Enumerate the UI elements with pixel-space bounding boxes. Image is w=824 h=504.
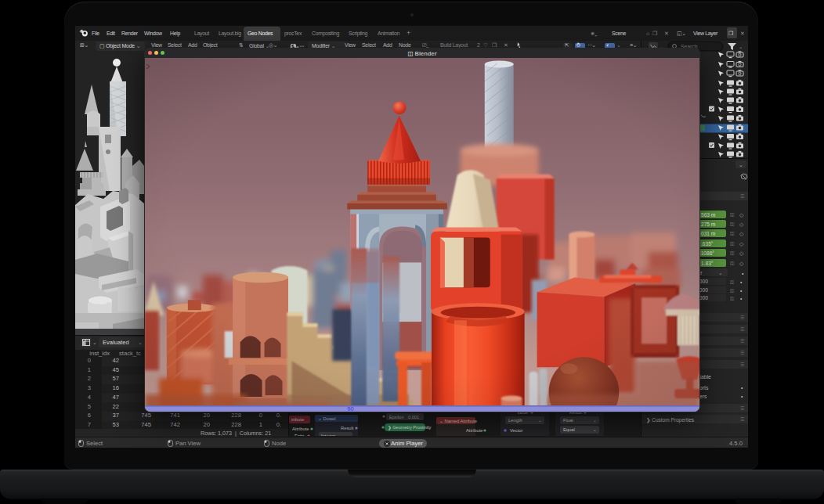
svg-text:Integer: Integer <box>321 434 335 436</box>
svg-text:Equal: Equal <box>563 427 575 432</box>
svg-text:☰: ☰ <box>740 327 744 332</box>
svg-text:❯ Custom Properties: ❯ Custom Properties <box>646 417 695 423</box>
svg-text:⌄ Named Attribute: ⌄ Named Attribute <box>439 419 477 423</box>
svg-text:⌄: ⌄ <box>739 44 743 49</box>
svg-text:❯ Geometry Proximity: ❯ Geometry Proximity <box>388 425 432 430</box>
svg-text:•: • <box>740 296 743 301</box>
svg-text:Float: Float <box>563 418 573 423</box>
svg-text:◇: ◇ <box>739 212 744 218</box>
svg-text:⌄: ⌄ <box>718 270 723 275</box>
svg-text:•: • <box>740 288 743 293</box>
svg-text:•: • <box>742 271 744 276</box>
svg-text:⚿: ⚿ <box>730 296 734 301</box>
svg-text:⚿: ⚿ <box>730 231 734 236</box>
svg-text:⚿: ⚿ <box>730 288 734 293</box>
svg-text:⚿: ⚿ <box>730 221 734 227</box>
svg-text:⌄: ⌄ <box>593 427 597 432</box>
svg-text:Vector: Vector <box>510 428 523 433</box>
svg-text:☰: ☰ <box>740 351 744 355</box>
svg-text:1.83°: 1.83° <box>701 261 714 266</box>
svg-text:90: 90 <box>347 405 353 412</box>
svg-text:table: table <box>699 374 711 380</box>
svg-text:◇: ◇ <box>739 221 744 227</box>
svg-text:⚿: ⚿ <box>730 261 734 266</box>
svg-text:tribute: tribute <box>291 417 304 422</box>
svg-text:Length: Length <box>508 418 522 423</box>
svg-text:•: • <box>740 279 743 285</box>
svg-text:⌄: ⌄ <box>538 418 542 423</box>
svg-text:⚿: ⚿ <box>730 250 734 256</box>
svg-text:◇: ◇ <box>739 231 744 236</box>
svg-text:⚿: ⚿ <box>730 279 734 285</box>
svg-text:.635°: .635° <box>701 241 714 247</box>
svg-text:⌄: ⌄ <box>593 418 597 423</box>
svg-text:☰: ☰ <box>740 194 744 199</box>
svg-text:orts: orts <box>699 385 709 391</box>
svg-text:ers: ers <box>699 394 707 399</box>
svg-text:◇: ◇ <box>739 250 744 256</box>
svg-text:275 m: 275 m <box>701 221 716 227</box>
svg-text:0.001: 0.001 <box>408 415 419 419</box>
svg-text:☰: ☰ <box>740 362 744 367</box>
svg-text:563 m: 563 m <box>701 212 716 218</box>
svg-text:Attribute: Attribute <box>292 427 309 431</box>
svg-text:☰: ☰ <box>740 339 744 344</box>
svg-text:⌄: ⌄ <box>347 434 351 436</box>
svg-text:41086°: 41086° <box>698 250 714 256</box>
svg-text:031 m: 031 m <box>701 231 716 236</box>
svg-text:Result: Result <box>341 426 354 430</box>
svg-text:Epsilon: Epsilon <box>389 415 403 419</box>
svg-text:◇: ◇ <box>739 241 744 247</box>
svg-text:☰: ☰ <box>740 417 744 422</box>
svg-text:◇: ◇ <box>739 261 744 266</box>
svg-text:•: • <box>741 394 743 399</box>
svg-text:⌄ Dowel: ⌄ Dowel <box>318 416 336 421</box>
svg-text:⚿: ⚿ <box>730 212 734 218</box>
svg-text:Exits: Exits <box>295 434 305 436</box>
svg-text:⚿: ⚿ <box>730 241 734 247</box>
svg-text:•: • <box>741 385 743 391</box>
svg-text:☰: ☰ <box>740 406 744 411</box>
svg-text:⌄: ⌄ <box>739 162 743 167</box>
svg-text:☰: ☰ <box>740 315 744 320</box>
svg-text:Attribute: Attribute <box>466 428 483 433</box>
